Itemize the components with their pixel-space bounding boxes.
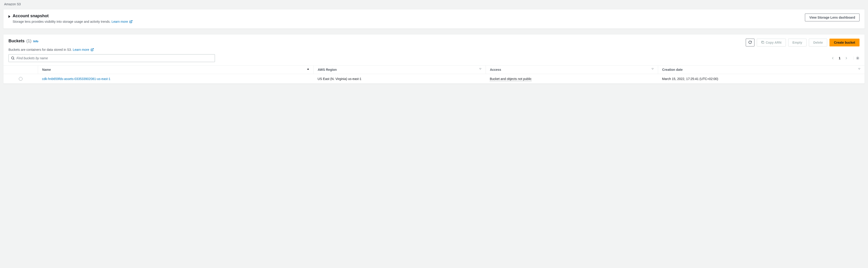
column-header-date[interactable]: Creation date <box>658 65 865 74</box>
search-input[interactable] <box>17 56 212 60</box>
settings-button[interactable] <box>853 56 860 60</box>
buckets-count: (1) <box>26 38 31 44</box>
bucket-date: March 15, 2022, 17:25:41 (UTC+02:00) <box>658 74 865 84</box>
copy-arn-button[interactable]: Copy ARN <box>757 38 786 47</box>
bucket-name-link[interactable]: cdk-hnb659fds-assets-033533902081-us-eas… <box>42 77 110 81</box>
bucket-access: Bucket and objects not public <box>486 74 658 84</box>
refresh-icon <box>748 41 752 45</box>
svg-rect-0 <box>762 42 764 44</box>
prev-page-button[interactable] <box>831 57 835 60</box>
buckets-panel: Buckets (1) Info <box>3 34 865 84</box>
view-storage-lens-button[interactable]: View Storage Lens dashboard <box>805 14 860 21</box>
search-icon <box>11 56 15 60</box>
svg-point-2 <box>857 58 858 59</box>
buckets-subtitle: Buckets are containers for data stored i… <box>3 48 865 52</box>
create-bucket-button[interactable]: Create bucket <box>830 38 860 47</box>
empty-button[interactable]: Empty <box>788 38 807 47</box>
sort-none-icon <box>479 68 482 70</box>
account-snapshot-panel: Account snapshot Storage lens provides v… <box>3 9 865 29</box>
svg-point-1 <box>11 57 14 59</box>
next-page-button[interactable] <box>845 57 848 60</box>
external-link-icon <box>129 20 132 23</box>
breadcrumb: Amazon S3 <box>3 0 865 9</box>
snapshot-subtitle: Storage lens provides visibility into st… <box>12 20 132 23</box>
column-header-region[interactable]: AWS Region <box>313 65 486 74</box>
column-header-access[interactable]: Access <box>486 65 658 74</box>
table-row: cdk-hnb659fds-assets-033533902081-us-eas… <box>3 74 865 84</box>
bucket-region: US East (N. Virginia) us-east-1 <box>313 74 486 84</box>
external-link-icon <box>91 48 94 51</box>
copy-icon <box>761 41 764 45</box>
snapshot-learn-more-link[interactable]: Learn more <box>112 20 132 23</box>
buckets-learn-more-link[interactable]: Learn more <box>73 48 94 52</box>
search-field[interactable] <box>8 54 215 62</box>
buckets-title: Buckets <box>8 38 25 44</box>
refresh-button[interactable] <box>746 38 754 47</box>
delete-button[interactable]: Delete <box>809 38 827 47</box>
row-select-radio[interactable] <box>19 77 23 81</box>
expand-caret-icon[interactable] <box>8 15 10 18</box>
sort-none-icon <box>858 68 861 70</box>
sort-none-icon <box>651 68 654 70</box>
buckets-info-link[interactable]: Info <box>33 40 38 43</box>
page-number: 1 <box>839 56 840 60</box>
snapshot-title: Account snapshot <box>12 14 132 18</box>
select-all-header <box>3 65 38 74</box>
sort-asc-icon <box>307 68 309 70</box>
column-header-name[interactable]: Name <box>38 65 313 74</box>
pagination: 1 <box>831 56 860 60</box>
buckets-table: Name AWS Region Access <box>3 65 865 83</box>
